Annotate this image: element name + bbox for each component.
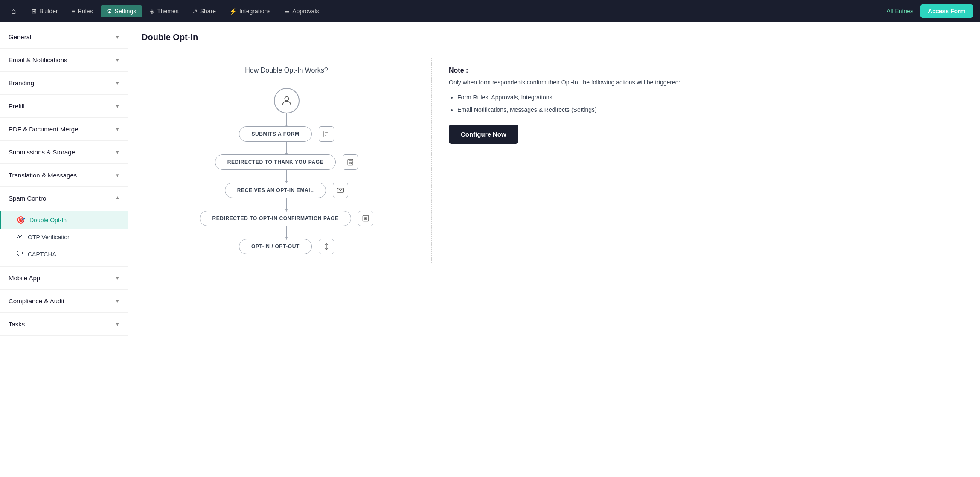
sidebar-section-translation: Translation & Messages ▾: [0, 164, 128, 187]
flow-redirect-confirm-pill: REDIRECTED TO OPT-IN CONFIRMATION PAGE: [200, 211, 351, 226]
chevron-icon: ▾: [116, 275, 119, 281]
chevron-icon: ▾: [116, 34, 119, 40]
home-button[interactable]: ⌂: [7, 4, 20, 18]
sidebar-section-pdf: PDF & Document Merge ▾: [0, 118, 128, 141]
chevron-up-icon: ▾: [116, 195, 119, 201]
sidebar-branding-header[interactable]: Branding ▾: [0, 72, 128, 94]
note-label: Note :: [449, 67, 949, 74]
sidebar-compliance-header[interactable]: Compliance & Audit ▾: [0, 290, 128, 312]
chevron-icon: ▾: [116, 172, 119, 178]
note-description: Only when form respondents confirm their…: [449, 78, 949, 87]
nav-settings-label: Settings: [115, 8, 137, 15]
otp-label: OTP Verification: [28, 234, 71, 241]
nav-rules-label: Rules: [78, 8, 93, 15]
nav-builder-label: Builder: [39, 8, 58, 15]
nav-settings[interactable]: ⚙ Settings: [101, 5, 142, 17]
settings-icon: ⚙: [107, 8, 112, 15]
sidebar-branding-label: Branding: [9, 79, 34, 87]
sidebar-general-header[interactable]: General ▾: [0, 26, 128, 48]
sidebar-email-label: Email & Notifications: [9, 56, 67, 64]
sidebar-mobile-header[interactable]: Mobile App ▾: [0, 267, 128, 289]
sidebar-tasks-header[interactable]: Tasks ▾: [0, 313, 128, 335]
sidebar-mobile-label: Mobile App: [9, 274, 40, 282]
sidebar-general-label: General: [9, 33, 31, 41]
nav-share-label: Share: [200, 8, 216, 15]
nav-integrations[interactable]: ⚡ Integrations: [224, 5, 276, 17]
svg-point-12: [365, 218, 366, 219]
sidebar-section-email: Email & Notifications ▾: [0, 49, 128, 72]
nav-approvals[interactable]: ☰ Approvals: [278, 5, 325, 17]
page-title: Double Opt-In: [142, 32, 966, 49]
flow-email-pill: RECEIVES AN OPT-IN EMAIL: [225, 183, 326, 198]
flow-row-opt: OPT-IN / OPT-OUT: [239, 239, 334, 254]
main-layout: General ▾ Email & Notifications ▾ Brandi…: [0, 22, 980, 477]
topnav: ⌂ ⊞ Builder ≡ Rules ⚙ Settings ◈ Themes …: [0, 0, 980, 22]
content-area: How Double Opt-In Works? SUBMITS A FORM: [142, 58, 966, 263]
flow-opt-icon: [319, 239, 334, 254]
sidebar-section-submissions: Submissions & Storage ▾: [0, 141, 128, 164]
all-entries-link[interactable]: All Entries: [887, 8, 913, 15]
sidebar-section-branding: Branding ▾: [0, 72, 128, 95]
double-opt-in-icon: 🎯: [17, 216, 25, 224]
flow-arrow-1: [286, 113, 287, 126]
sidebar-submissions-header[interactable]: Submissions & Storage ▾: [0, 141, 128, 163]
chevron-icon: ▾: [116, 149, 119, 155]
builder-icon: ⊞: [32, 8, 37, 15]
nav-share[interactable]: ↗ Share: [186, 5, 222, 17]
nav-approvals-label: Approvals: [292, 8, 319, 15]
captcha-label: CAPTCHA: [28, 251, 56, 258]
nav-rules[interactable]: ≡ Rules: [66, 5, 99, 17]
sidebar-item-otp-verification[interactable]: 👁 OTP Verification: [0, 229, 128, 246]
sidebar-item-captcha[interactable]: 🛡 CAPTCHA: [0, 246, 128, 263]
flow-row-email: RECEIVES AN OPT-IN EMAIL: [225, 183, 348, 198]
configure-now-button[interactable]: Configure Now: [449, 125, 518, 144]
sidebar-item-double-opt-in[interactable]: 🎯 Double Opt-In: [0, 211, 128, 229]
access-form-button[interactable]: Access Form: [920, 4, 973, 18]
note-list-item: Email Notifications, Messages & Redirect…: [457, 105, 949, 114]
flow-arrow-4: [286, 198, 287, 211]
flow-submits-icon: [319, 126, 334, 142]
flow-arrow-3: [286, 170, 287, 183]
sidebar-spam-header[interactable]: Spam Control ▾: [0, 187, 128, 209]
rules-icon: ≡: [72, 8, 75, 15]
captcha-icon: 🛡: [17, 250, 23, 258]
sidebar: General ▾ Email & Notifications ▾ Brandi…: [0, 22, 128, 477]
chevron-icon: ▾: [116, 57, 119, 63]
flow-redirect-thanks-pill: REDIRECTED TO THANK YOU PAGE: [215, 154, 336, 170]
chevron-icon: ▾: [116, 321, 119, 327]
sidebar-translation-header[interactable]: Translation & Messages ▾: [0, 164, 128, 186]
sidebar-compliance-label: Compliance & Audit: [9, 297, 64, 305]
flow-submits-pill: SUBMITS A FORM: [239, 126, 311, 142]
sidebar-section-tasks: Tasks ▾: [0, 313, 128, 336]
main-content: Double Opt-In How Double Opt-In Works?: [128, 22, 980, 477]
sidebar-pdf-header[interactable]: PDF & Document Merge ▾: [0, 118, 128, 140]
flow-row-submits: SUBMITS A FORM: [239, 126, 334, 142]
nav-themes[interactable]: ◈ Themes: [144, 5, 185, 17]
chevron-icon: ▾: [116, 126, 119, 132]
sidebar-prefill-header[interactable]: Prefill ▾: [0, 95, 128, 117]
chevron-icon: ▾: [116, 298, 119, 304]
sidebar-email-header[interactable]: Email & Notifications ▾: [0, 49, 128, 71]
note-list-item: Form Rules, Approvals, Integrations: [457, 93, 949, 102]
sidebar-prefill-label: Prefill: [9, 102, 25, 110]
sidebar-translation-label: Translation & Messages: [9, 172, 77, 179]
sidebar-spam-label: Spam Control: [9, 195, 48, 202]
double-opt-in-label: Double Opt-In: [29, 217, 67, 224]
integrations-icon: ⚡: [230, 8, 237, 15]
otp-icon: 👁: [17, 233, 23, 241]
share-icon: ↗: [192, 8, 198, 15]
diagram-area: How Double Opt-In Works? SUBMITS A FORM: [142, 58, 432, 263]
nav-builder[interactable]: ⊞ Builder: [26, 5, 64, 17]
sidebar-section-mobile: Mobile App ▾: [0, 267, 128, 290]
sidebar-pdf-label: PDF & Document Merge: [9, 125, 78, 133]
spam-sub-items: 🎯 Double Opt-In 👁 OTP Verification 🛡 CAP…: [0, 209, 128, 266]
flow-row-redirect-thanks: REDIRECTED TO THANK YOU PAGE: [215, 154, 358, 170]
sidebar-submissions-label: Submissions & Storage: [9, 148, 75, 156]
note-area: Note : Only when form respondents confir…: [432, 58, 966, 263]
flow-email-icon: [333, 183, 348, 198]
sidebar-tasks-label: Tasks: [9, 320, 25, 328]
flow-row-redirect-confirm: REDIRECTED TO OPT-IN CONFIRMATION PAGE: [200, 211, 373, 226]
flow-diagram: SUBMITS A FORM RED: [159, 88, 414, 254]
flow-redirect-thanks-icon: [343, 154, 358, 170]
note-list: Form Rules, Approvals, Integrations Emai…: [449, 93, 949, 114]
